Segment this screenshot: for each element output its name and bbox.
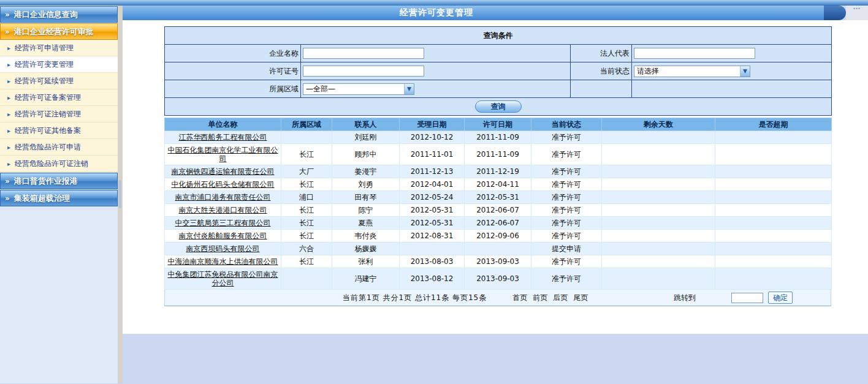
top-strip — [0, 0, 868, 6]
sidebar-splitter[interactable] — [118, 6, 123, 383]
table-cell — [602, 204, 715, 217]
sidebar-item[interactable]: ▸经营许可证注销管理 — [0, 106, 118, 122]
company-name-input[interactable] — [303, 48, 424, 59]
company-name-cell: 中化扬州石化码头仓储有限公司 — [165, 178, 281, 191]
table-cell: 准予许可 — [531, 255, 602, 268]
table-cell — [602, 268, 715, 290]
table-cell: 长江 — [281, 178, 332, 191]
item-arrow-icon: ▸ — [7, 144, 10, 151]
item-arrow-icon: ▸ — [7, 45, 10, 51]
sidebar-item[interactable]: ▸经营许可申请管理 — [0, 40, 118, 56]
table-cell: 2012-06-07 — [465, 217, 531, 230]
column-header: 许可日期 — [465, 118, 531, 131]
table-cell: 2013-08-12 — [400, 268, 465, 290]
table-cell: 2011-12-13 — [400, 165, 465, 178]
table-cell — [715, 204, 832, 217]
table-cell: 2012-05-24 — [400, 191, 465, 204]
table-cell — [602, 243, 715, 255]
pagination-summary: 当前第1页 共分1页 总计11条 每页15条 — [343, 293, 487, 303]
company-name-cell: 中交三航局第三工程有限公司 — [165, 217, 281, 230]
region-label: 所属区域 — [165, 80, 301, 98]
table-cell — [715, 255, 832, 268]
table-cell — [602, 230, 715, 243]
last-page-link[interactable]: 尾页 — [573, 293, 588, 303]
prev-page-link[interactable]: 前页 — [533, 293, 547, 303]
jump-page-input[interactable] — [731, 293, 763, 303]
status-select[interactable]: 请选择 ▼ — [634, 66, 750, 77]
table-cell — [715, 131, 832, 144]
sidebar-item[interactable]: ▸经营许可证其他备案 — [0, 122, 118, 139]
company-name-link[interactable]: 中海油南京顺海水上供油有限公司 — [168, 257, 278, 266]
table-cell: 准予许可 — [531, 268, 602, 290]
sidebar-item[interactable]: ▸经营许可延续管理 — [0, 73, 118, 89]
item-arrow-icon: ▸ — [7, 127, 10, 134]
menu-section-icon: » — [5, 10, 10, 19]
sidebar-section-label: 集装箱超载治理 — [14, 193, 70, 204]
sidebar-item-label: 经营许可证其他备案 — [15, 126, 81, 136]
company-name-link[interactable]: 南京付炎船舶服务有限公司 — [179, 232, 267, 240]
table-cell: 准予许可 — [531, 191, 602, 204]
table-cell: 2011-11-09 — [465, 144, 531, 165]
company-name-cell: 中国石化集团南京化学工业有限公司 — [165, 144, 281, 165]
table-cell — [400, 243, 465, 255]
legal-rep-input[interactable] — [634, 48, 755, 59]
table-cell: 准予许可 — [531, 165, 602, 178]
table-cell: 长江 — [281, 217, 332, 230]
sidebar-section[interactable]: »港口普货作业报港 — [0, 173, 118, 189]
company-name-cell: 南京钢铁四通运输有限责任公司 — [165, 165, 281, 178]
table-cell: 2012-10-12 — [400, 131, 465, 144]
company-name-link[interactable]: 中化扬州石化码头仓储有限公司 — [172, 180, 275, 189]
table-cell: 准予许可 — [531, 144, 602, 165]
region-select[interactable]: —全部— ▼ — [303, 83, 414, 95]
next-page-link[interactable]: 后页 — [553, 293, 568, 303]
table-cell — [281, 268, 332, 290]
company-name-link[interactable]: 中免集团江苏免税品有限公司南京分公司 — [168, 270, 278, 287]
search-button-row: 查询 — [165, 98, 832, 116]
confirm-button[interactable]: 确定 — [768, 292, 793, 304]
splitter-handle-icon — [118, 180, 121, 208]
sidebar-item-label: 经营危险品许可申请 — [15, 142, 81, 152]
sidebar-item[interactable]: ▸经营危险品许可申请 — [0, 139, 118, 156]
company-name-link[interactable]: 南京大胜关港港口有限公司 — [179, 206, 267, 214]
status-label: 当前状态 — [571, 62, 632, 80]
company-name-link[interactable]: 南京市浦口港务有限责任公司 — [175, 193, 271, 201]
company-name-link[interactable]: 南京钢铁四通运输有限责任公司 — [172, 167, 275, 176]
column-header: 受理日期 — [400, 118, 465, 131]
sidebar-item[interactable]: ▸经营许可变更管理 — [0, 56, 118, 73]
query-panel-title: 查询条件 — [165, 27, 832, 45]
sidebar: »港口企业信息查询»港口企业经营许可审批▸经营许可申请管理▸经营许可变更管理▸经… — [0, 6, 118, 383]
table-cell: 2012-05-31 — [465, 191, 531, 204]
menu-section-icon: » — [5, 177, 10, 186]
table-row: 南京市浦口港务有限责任公司浦口田有琴2012-05-242012-05-31准予… — [165, 191, 832, 204]
window-grip[interactable]: ⋯ — [846, 6, 868, 20]
legal-rep-label: 法人代表 — [571, 45, 632, 62]
item-arrow-icon: ▸ — [7, 94, 10, 101]
table-cell — [715, 144, 832, 165]
sidebar-section[interactable]: »港口企业信息查询 — [0, 6, 118, 23]
grip-dots-icon: ⋯ — [853, 6, 861, 12]
sidebar-item[interactable]: ▸经营许可证备案管理 — [0, 89, 118, 106]
table-cell: 2012-04-01 — [400, 178, 465, 191]
sidebar-section-label: 港口普货作业报港 — [14, 176, 78, 187]
table-cell: 长江 — [281, 144, 332, 165]
content-panel: 查询条件 企业名称 法人代表 许可证号 当前状态 请选择 ▼ — [123, 20, 868, 334]
sidebar-section[interactable]: »集装箱超载治理 — [0, 190, 118, 206]
dropdown-arrow-icon: ▼ — [740, 66, 750, 77]
table-cell — [715, 165, 832, 178]
table-cell — [602, 191, 715, 204]
license-no-input[interactable] — [303, 66, 424, 77]
sidebar-section[interactable]: »港口企业经营许可审批 — [0, 23, 118, 40]
first-page-link[interactable]: 首页 — [512, 293, 527, 303]
company-name-link[interactable]: 江苏华西船务工程有限公司 — [179, 133, 267, 141]
company-name-link[interactable]: 南京西坝码头有限公司 — [186, 244, 260, 253]
sidebar-item-label: 经营许可延续管理 — [15, 76, 74, 86]
company-name-link[interactable]: 中交三航局第三工程有限公司 — [175, 219, 271, 227]
sidebar-item[interactable]: ▸经营危险品许可证注销 — [0, 156, 118, 172]
table-row: 南京西坝码头有限公司六合杨媛媛提交申请 — [165, 243, 832, 255]
table-cell: 韦付炎 — [332, 230, 400, 243]
table-row: 中免集团江苏免税品有限公司南京分公司冯建宁2013-08-122013-09-0… — [165, 268, 832, 290]
item-arrow-icon: ▸ — [7, 78, 10, 85]
search-button[interactable]: 查询 — [475, 100, 522, 113]
company-name-link[interactable]: 中国石化集团南京化学工业有限公司 — [168, 146, 278, 163]
company-name-cell: 南京大胜关港港口有限公司 — [165, 204, 281, 217]
